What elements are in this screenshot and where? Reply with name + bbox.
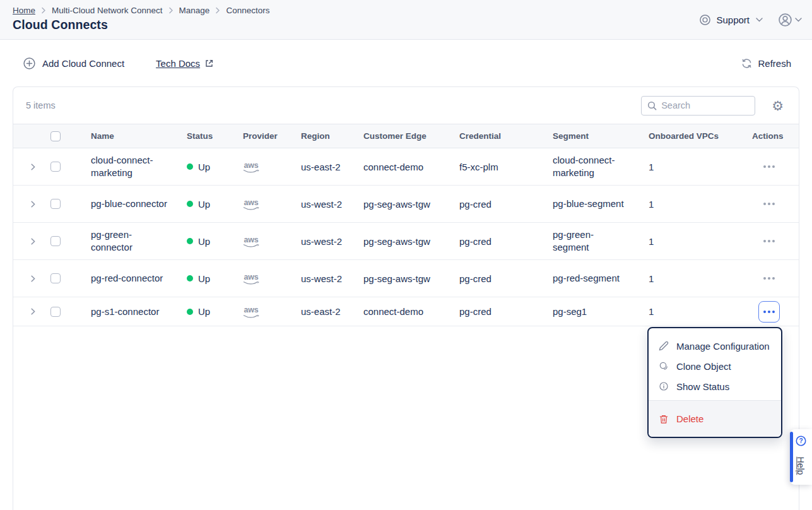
page-title: Cloud Connects bbox=[13, 18, 108, 32]
cell-name: pg-s1-connector bbox=[91, 305, 187, 318]
table-row: pg-s1-connector Up aws us-east-2 connect… bbox=[13, 297, 799, 326]
cell-segment: pg-seg1 bbox=[553, 305, 649, 318]
menu-item-delete[interactable]: Delete bbox=[649, 401, 781, 437]
svg-text:?: ? bbox=[799, 437, 803, 444]
status-up-dot bbox=[187, 309, 193, 315]
avatar-icon bbox=[778, 13, 792, 27]
cell-provider: aws bbox=[243, 271, 301, 287]
cell-credential: f5-xc-plm bbox=[459, 162, 553, 172]
row-checkbox[interactable] bbox=[50, 236, 61, 246]
action-toolbar: Add Cloud Connect Tech Docs Refresh bbox=[0, 40, 812, 86]
chevron-right-icon bbox=[168, 7, 174, 14]
row-checkbox[interactable] bbox=[50, 273, 61, 283]
tech-docs-link[interactable]: Tech Docs bbox=[156, 58, 214, 69]
cell-credential: pg-cred bbox=[459, 306, 553, 317]
support-menu-button[interactable]: Support bbox=[699, 14, 763, 26]
chevron-down-icon bbox=[795, 18, 802, 22]
cell-region: us-east-2 bbox=[301, 306, 363, 317]
search-input[interactable] bbox=[661, 100, 749, 110]
breadcrumb-mcn-connect[interactable]: Multi-Cloud Network Connect bbox=[52, 6, 163, 15]
cell-credential: pg-cred bbox=[459, 199, 553, 210]
expand-row-icon[interactable] bbox=[13, 201, 44, 208]
cell-credential: pg-cred bbox=[459, 236, 553, 247]
column-header-region: Region bbox=[301, 131, 363, 141]
column-header-name: Name bbox=[91, 131, 187, 141]
search-icon bbox=[647, 101, 657, 110]
gear-icon[interactable]: ⚙ bbox=[772, 99, 784, 112]
cell-region: us-west-2 bbox=[301, 199, 363, 210]
cell-status: Up bbox=[187, 236, 243, 247]
menu-item-clone-object[interactable]: Clone Object bbox=[649, 356, 781, 376]
chevron-down-icon bbox=[756, 18, 763, 22]
cell-name: pg-blue-connector bbox=[91, 198, 187, 210]
expand-row-icon[interactable] bbox=[13, 163, 44, 170]
cell-name: pg-red-connector bbox=[91, 272, 187, 285]
column-header-onboarded-vpcs: Onboarded VPCs bbox=[649, 131, 739, 141]
row-actions-button[interactable] bbox=[761, 273, 777, 283]
expand-row-icon[interactable] bbox=[13, 275, 44, 282]
row-checkbox[interactable] bbox=[50, 307, 61, 317]
menu-item-show-status[interactable]: Show Status bbox=[649, 376, 781, 396]
column-header-provider: Provider bbox=[243, 131, 301, 141]
info-icon bbox=[659, 381, 669, 391]
refresh-icon bbox=[741, 58, 752, 69]
expand-row-icon[interactable] bbox=[13, 308, 44, 315]
cell-provider: aws bbox=[243, 196, 301, 212]
support-label: Support bbox=[716, 15, 750, 25]
breadcrumb-connectors[interactable]: Connectors bbox=[226, 6, 269, 15]
cell-region: us-west-2 bbox=[301, 236, 363, 247]
top-bar: Home Multi-Cloud Network Connect Manage … bbox=[0, 0, 812, 40]
row-actions-button-active[interactable] bbox=[758, 301, 780, 323]
help-tab[interactable]: ? Help bbox=[790, 429, 812, 485]
breadcrumb: Home Multi-Cloud Network Connect Manage … bbox=[13, 6, 269, 15]
cell-customer-edge: pg-seg-aws-tgw bbox=[363, 273, 459, 284]
cell-status: Up bbox=[187, 199, 243, 210]
cell-status: Up bbox=[187, 306, 243, 317]
cell-onboarded-vpcs: 1 bbox=[649, 199, 739, 210]
cell-onboarded-vpcs: 1 bbox=[649, 236, 739, 247]
cloud-connects-table-card: 5 items ⚙ Name Status Provider Region Cu… bbox=[13, 86, 799, 510]
aws-logo-icon: aws bbox=[243, 162, 259, 175]
status-up-dot bbox=[187, 163, 193, 170]
cell-status: Up bbox=[187, 162, 243, 172]
cell-status: Up bbox=[187, 273, 243, 284]
column-header-credential: Credential bbox=[459, 131, 553, 141]
column-header-customer-edge: Customer Edge bbox=[363, 131, 459, 141]
menu-item-manage-configuration[interactable]: Manage Configuration bbox=[649, 336, 781, 356]
expand-row-icon[interactable] bbox=[13, 238, 44, 245]
cell-provider: aws bbox=[243, 304, 301, 319]
status-up-dot bbox=[187, 275, 193, 282]
cell-segment: cloud-connect-marketing bbox=[553, 154, 649, 179]
cell-segment: pg-red-segment bbox=[553, 272, 649, 285]
breadcrumb-home[interactable]: Home bbox=[13, 6, 35, 15]
cell-region: us-west-2 bbox=[301, 273, 363, 284]
cell-provider: aws bbox=[243, 159, 301, 175]
status-up-dot bbox=[187, 201, 193, 207]
external-link-icon bbox=[204, 59, 214, 68]
user-menu-button[interactable] bbox=[778, 13, 802, 27]
row-checkbox[interactable] bbox=[50, 162, 61, 172]
row-checkbox[interactable] bbox=[50, 199, 61, 209]
status-up-dot bbox=[187, 238, 193, 244]
cell-name: cloud-connect-marketing bbox=[91, 154, 187, 179]
cell-customer-edge: pg-seg-aws-tgw bbox=[363, 199, 459, 210]
cell-onboarded-vpcs: 1 bbox=[649, 273, 739, 284]
row-actions-button[interactable] bbox=[761, 162, 777, 172]
table-row: pg-green-connector Up aws us-west-2 pg-s… bbox=[13, 223, 799, 260]
row-actions-button[interactable] bbox=[761, 199, 777, 209]
aws-logo-icon: aws bbox=[243, 199, 259, 212]
table-toolbar: 5 items ⚙ bbox=[13, 87, 799, 124]
refresh-button[interactable]: Refresh bbox=[741, 58, 791, 69]
breadcrumb-manage[interactable]: Manage bbox=[179, 6, 210, 15]
life-ring-icon bbox=[699, 14, 711, 26]
search-box[interactable] bbox=[641, 96, 755, 116]
row-actions-button[interactable] bbox=[761, 236, 777, 246]
account-controls: Support bbox=[699, 0, 802, 40]
cell-segment: pg-blue-segment bbox=[553, 198, 649, 210]
trash-icon bbox=[659, 414, 669, 424]
column-header-segment: Segment bbox=[553, 131, 649, 141]
add-cloud-connect-button[interactable]: Add Cloud Connect bbox=[23, 57, 124, 70]
page: Home Multi-Cloud Network Connect Manage … bbox=[0, 0, 812, 510]
aws-logo-icon: aws bbox=[243, 306, 259, 319]
select-all-checkbox[interactable] bbox=[50, 131, 61, 141]
